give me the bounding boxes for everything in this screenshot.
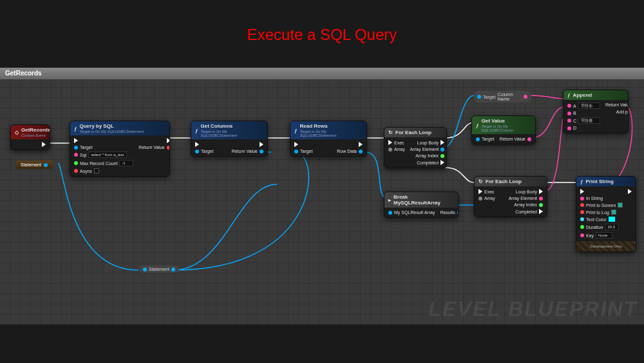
graph-tab[interactable]: GetRecords (0, 68, 644, 79)
max-record-input[interactable] (119, 160, 133, 166)
event-icon: ◇ (15, 130, 19, 135)
bottom-bar (0, 324, 644, 363)
function-icon: ƒ (580, 179, 583, 184)
node-read-rows[interactable]: ƒRead RowsTarget is Ds My SQLODBCStateme… (290, 121, 367, 157)
node-print-string[interactable]: ƒPrint String In String Print to Screen … (576, 176, 636, 252)
async-checkbox[interactable] (94, 168, 99, 173)
node-foreach-1[interactable]: ↻For Each Loop ExecArray Loop BodyArray … (384, 127, 447, 168)
add-pin-button[interactable]: ⊕Add pin (605, 109, 629, 114)
blueprint-graph[interactable]: ◇ GetRecordsCustom Event Statement ƒ Que… (0, 68, 644, 324)
node-target-columnname[interactable]: Target Column Name (473, 91, 531, 103)
node-get-columns[interactable]: ƒGet ColumnsTarget is Ds My SQLODBCState… (191, 121, 268, 157)
macro-icon: ↻ (478, 179, 483, 184)
struct-icon: ▸ (388, 197, 391, 203)
node-statement-variable[interactable]: Statement (15, 161, 53, 169)
duration-input[interactable] (605, 224, 619, 230)
function-icon: ƒ (74, 126, 77, 132)
key-input[interactable] (596, 232, 612, 239)
node-custom-event[interactable]: ◇ GetRecordsCustom Event (10, 124, 50, 150)
function-icon: ƒ (294, 128, 297, 133)
function-icon: ƒ (567, 92, 570, 98)
text-color-swatch[interactable] (609, 217, 615, 222)
append-c-input[interactable] (578, 117, 600, 124)
node-append[interactable]: ƒAppend A B C D Return Value ⊕Add pin (563, 90, 629, 133)
print-log-checkbox[interactable] (611, 210, 616, 215)
function-icon: ƒ (195, 128, 198, 133)
function-icon: ƒ (476, 123, 478, 128)
connection-wires (0, 68, 644, 324)
append-a-input[interactable] (578, 103, 600, 109)
dev-only-banner: Development Only (576, 241, 636, 251)
sql-input[interactable] (88, 152, 127, 158)
reroute-statement[interactable]: Statement (139, 266, 179, 273)
print-screen-checkbox[interactable] (618, 202, 623, 208)
node-query-by-sql[interactable]: ƒ Query by SQLTarget is Ds My SQLODBCSta… (70, 121, 170, 177)
node-get-value[interactable]: ƒGet ValueTarget is Ds My SQLODBCColumn … (471, 115, 536, 144)
node-break-result[interactable]: ▸Break MySQLResultArray My SQLResult Arr… (384, 191, 459, 218)
macro-icon: ↻ (388, 130, 393, 135)
watermark: LEVEL BLUEPRINT (428, 297, 638, 321)
page-title: Execute a SQL Query (0, 0, 644, 57)
node-foreach-2[interactable]: ↻For Each Loop ExecArray Loop BodyArray … (474, 176, 547, 217)
